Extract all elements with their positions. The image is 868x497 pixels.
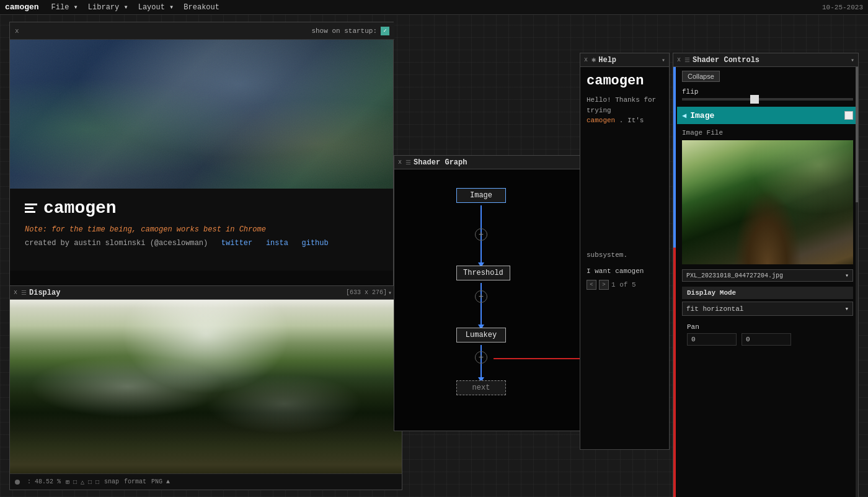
welcome-credits: created by austin slominski (@aceslowman…: [25, 239, 378, 248]
logo-text: camogen: [43, 199, 117, 218]
help-intro-text: Hello! Thanks for trying: [587, 96, 656, 114]
collapse-button[interactable]: Collapse: [682, 71, 720, 82]
startup-checkbox[interactable]: ✓: [381, 27, 389, 35]
display-close[interactable]: x: [14, 289, 17, 296]
display-icon: ☰: [21, 289, 27, 297]
status-dot: [15, 480, 20, 485]
image-section-checkbox[interactable]: [844, 111, 853, 120]
menu-breakout[interactable]: Breakout: [180, 2, 223, 13]
image-section-content: Image File PXL_20231018_044727204.jpg ▾ …: [677, 124, 858, 351]
display-mode-label: Display Mode: [682, 287, 853, 299]
help-content: camogen Hello! Thanks for trying camogen…: [580, 67, 669, 449]
display-size-arrow: ▾: [388, 289, 392, 297]
display-forest-image: [10, 300, 402, 473]
menu-library[interactable]: Library ▾: [84, 1, 132, 13]
help-nav: < > 1 of 5: [587, 280, 663, 290]
welcome-close[interactable]: x: [15, 27, 19, 35]
footer-format: format: [124, 478, 146, 485]
github-link[interactable]: github: [302, 239, 329, 248]
display-size[interactable]: [633 x 276] ▾: [346, 289, 392, 297]
footer-png: PNG ▲: [151, 478, 170, 485]
filename-dropdown[interactable]: PXL_20231018_044727204.jpg ▾: [682, 269, 853, 282]
help-next[interactable]: >: [599, 280, 609, 290]
help-panel: x ✱ Help ▾ camogen Hello! Thanks for try…: [580, 53, 670, 450]
welcome-body: camogen Note: for the time being, camoge…: [10, 189, 393, 271]
help-intro: Hello! Thanks for trying camogen . It's: [587, 95, 663, 126]
display-footer: : 48.52 % ⊞ □ △ □ □ snap format PNG ▲: [10, 473, 402, 490]
footer-icons: ⊞ □ △ □ □: [66, 478, 99, 486]
controls-title: Shader Controls: [693, 56, 848, 65]
startup-label-row: show on startup: ✓: [311, 27, 389, 35]
image-section-arrow: ◀: [682, 111, 686, 120]
graph-node-image1[interactable]: Image: [456, 188, 506, 203]
pan-x-input[interactable]: [687, 333, 737, 346]
logo-icon: [25, 204, 37, 213]
help-nav-count: 1 of 5: [611, 281, 636, 289]
shader-graph-close[interactable]: x: [398, 159, 402, 166]
display-mode-dropdown[interactable]: fit horizontal ▾: [682, 302, 853, 316]
graph-plus-1[interactable]: +: [475, 228, 487, 241]
graph-node-threshold[interactable]: Threshold: [456, 266, 510, 280]
welcome-panel: x show on startup: ✓ camogen Note: for t…: [9, 22, 394, 289]
menu-file[interactable]: File ▾: [48, 1, 82, 13]
controls-header: x ☰ Shader Controls ▾: [673, 53, 858, 67]
welcome-logo: camogen: [25, 199, 378, 218]
controls-collapse-arrow[interactable]: ▾: [851, 56, 854, 64]
filename-text: PXL_20231018_044727204.jpg: [686, 272, 783, 279]
top-date: 10-25-2023: [822, 0, 863, 15]
help-want: I want camogen: [587, 267, 663, 275]
graph-node-next[interactable]: next: [456, 380, 506, 395]
flip-label: flip: [682, 88, 853, 96]
display-title: Display: [29, 289, 343, 297]
controls-icon: ☰: [684, 56, 690, 64]
filename-arrow: ▾: [845, 272, 849, 279]
help-intro2: . It's: [619, 117, 644, 124]
flip-slider-row: [682, 98, 853, 101]
credits-text: created by austin slominski (@aceslowman…: [25, 239, 208, 248]
image-thumbnail: [682, 140, 853, 264]
flip-slider-thumb[interactable]: [750, 95, 759, 104]
pan-inputs: [682, 333, 853, 346]
graph-node-lumakey[interactable]: Lumakey: [456, 328, 506, 343]
pan-y-input[interactable]: [742, 333, 791, 346]
help-collapse[interactable]: ▾: [662, 56, 665, 64]
flip-section: flip: [677, 86, 858, 103]
shader-graph-icon: ☰: [405, 159, 411, 166]
image-file-label: Image File: [682, 129, 853, 137]
help-title: Help: [598, 56, 659, 65]
menubar: camogen File ▾ Library ▾ Layout ▾ Breako…: [0, 0, 868, 15]
welcome-note: Note: for the time being, camogen works …: [25, 225, 378, 234]
scroll-thumb: [856, 67, 858, 202]
display-mode-arrow: ▾: [844, 305, 849, 313]
help-header: x ✱ Help ▾: [580, 53, 669, 67]
help-camogen-link: camogen: [587, 117, 615, 124]
graph-plus-4[interactable]: +: [475, 290, 487, 303]
help-logo: camogen: [587, 73, 663, 89]
twitter-link[interactable]: twitter: [221, 239, 252, 248]
footer-snap: snap: [104, 478, 119, 485]
controls-left-border: [673, 67, 676, 497]
image-section-header[interactable]: ◀ Image: [677, 107, 858, 124]
help-asterisk-icon: ✱: [591, 55, 596, 65]
menu-layout[interactable]: Layout ▾: [135, 1, 178, 13]
scroll-indicator: [856, 67, 858, 497]
graph-plus-2[interactable]: +: [475, 351, 487, 364]
help-body: subsystem.: [587, 250, 663, 261]
image-section-title: Image: [690, 111, 714, 120]
welcome-topbar: x show on startup: ✓: [10, 22, 394, 40]
help-close[interactable]: x: [584, 56, 588, 63]
app-brand: camogen: [5, 2, 39, 12]
display-panel: x ☰ Display [633 x 276] ▾ ▾ : 48.52 % ⊞ …: [9, 285, 402, 490]
controls-body: Collapse flip ◀ Image Image File PXL_202…: [673, 67, 858, 351]
pan-label: Pan: [682, 321, 853, 333]
help-prev[interactable]: <: [587, 280, 596, 290]
welcome-image: [10, 40, 393, 189]
flip-slider-track[interactable]: [682, 98, 853, 101]
display-size-text: [633 x 276]: [346, 289, 387, 296]
insta-link[interactable]: insta: [266, 239, 288, 248]
footer-percent: : 48.52 %: [27, 478, 61, 485]
display-header: x ☰ Display [633 x 276] ▾ ▾: [10, 286, 402, 300]
controls-close[interactable]: x: [677, 56, 681, 63]
display-content: [10, 300, 402, 473]
display-mode-value: fit horizontal: [686, 305, 743, 313]
